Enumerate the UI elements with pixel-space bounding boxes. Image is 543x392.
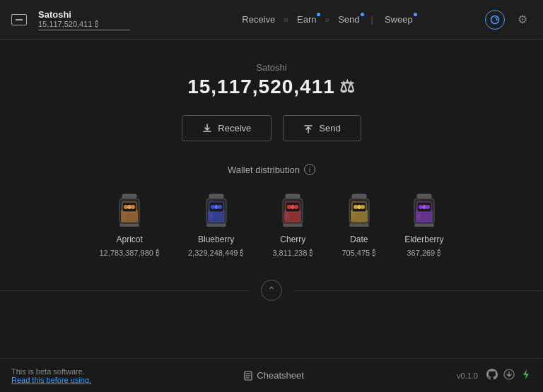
chevron-line-left — [0, 290, 250, 291]
svg-point-17 — [218, 205, 222, 209]
lightning-icon[interactable] — [520, 369, 532, 383]
footer-right: v0.1.0 — [457, 369, 532, 383]
apricot-jar-icon — [113, 192, 146, 230]
jar-item-elderberry[interactable]: Elderberry367,269 ₿ — [404, 192, 443, 257]
svg-rect-36 — [349, 224, 369, 227]
nav-sep-1: » — [284, 15, 288, 25]
wallet-info: Satoshi 15,117,520,411 ₿ — [38, 9, 130, 30]
cheatsheet-button[interactable]: Cheatsheet — [244, 370, 304, 381]
svg-point-35 — [361, 205, 365, 209]
cherry-jar-icon — [276, 192, 309, 230]
github-icon[interactable] — [486, 369, 498, 383]
svg-rect-18 — [206, 224, 226, 227]
cheatsheet-icon — [244, 371, 252, 381]
download-icon[interactable] — [503, 369, 515, 383]
sweep-dot — [414, 13, 417, 16]
svg-rect-27 — [283, 224, 303, 227]
main-balance: 15,117,520,411 ⚖ — [187, 76, 356, 98]
nav-receive[interactable]: Receive — [236, 11, 281, 28]
nav-pipe: | — [371, 14, 373, 25]
main-content: Satoshi 15,117,520,411 ⚖ Receive Send Wa… — [0, 40, 543, 358]
jar-grid: Apricot12,783,387,980 ₿ Blueberry2,329,2… — [99, 192, 443, 257]
svg-rect-19 — [286, 194, 300, 198]
distribution-info-icon[interactable]: i — [304, 164, 315, 175]
nav-earn[interactable]: Earn — [291, 11, 322, 28]
nav-right: ⚙ — [485, 10, 532, 30]
beta-text: This is beta software. — [11, 367, 91, 376]
blueberry-jar-name: Blueberry — [198, 234, 234, 244]
wallet-name: Satoshi — [38, 9, 130, 20]
receive-icon — [202, 124, 212, 133]
send-icon — [303, 124, 313, 133]
date-jar-name: Date — [350, 234, 368, 244]
svg-rect-10 — [209, 194, 223, 198]
account-label: Satoshi — [256, 62, 286, 73]
version-label: v0.1.0 — [457, 372, 478, 380]
jar-item-date[interactable]: Date705,475 ₿ — [341, 192, 376, 257]
svg-rect-9 — [119, 224, 139, 227]
beta-link[interactable]: Read this before using. — [11, 376, 91, 384]
wallet-icon — [11, 14, 27, 25]
svg-rect-37 — [417, 194, 431, 198]
balance-value: 15,117,520,411 — [187, 76, 335, 98]
date-jar-icon — [343, 192, 375, 230]
jar-item-blueberry[interactable]: Blueberry2,329,248,449 ₿ — [188, 192, 244, 257]
nav-sep-2: » — [325, 15, 329, 25]
elderberry-jar-icon — [408, 192, 440, 230]
chevron-up-button[interactable]: ⌃ — [261, 280, 282, 301]
topnav: Satoshi 15,117,520,411 ₿ Receive » Earn … — [0, 0, 543, 40]
receive-button[interactable]: Receive — [182, 115, 272, 141]
svg-point-26 — [294, 205, 298, 209]
date-jar-balance: 705,475 ₿ — [341, 249, 376, 257]
svg-point-8 — [131, 205, 135, 209]
jar-item-cherry[interactable]: Cherry3,811,238 ₿ — [272, 192, 313, 257]
svg-rect-28 — [352, 194, 366, 198]
wallet-distribution-label: Wallet distribution i — [228, 164, 315, 175]
cherry-jar-balance: 3,811,238 ₿ — [272, 249, 313, 257]
nav-links: Receive » Earn » Send | Sweep — [170, 11, 485, 28]
send-button[interactable]: Send — [283, 115, 361, 141]
sync-icon-btn[interactable] — [485, 10, 505, 30]
elderberry-jar-name: Elderberry — [404, 234, 443, 244]
apricot-jar-name: Apricot — [117, 234, 143, 244]
nav-sweep[interactable]: Sweep — [379, 11, 419, 28]
wallet-balance-small: 15,117,520,411 ₿ — [38, 20, 130, 30]
action-buttons: Receive Send — [182, 115, 361, 141]
footer-icons — [486, 369, 532, 383]
svg-rect-1 — [122, 194, 136, 198]
earn-dot — [317, 13, 320, 16]
footer: This is beta software. Read this before … — [0, 358, 543, 392]
send-dot — [361, 13, 364, 16]
nav-send[interactable]: Send — [332, 11, 365, 28]
elderberry-jar-balance: 367,269 ₿ — [407, 249, 441, 257]
sats-symbol: ⚖ — [339, 77, 356, 97]
settings-gear-icon[interactable]: ⚙ — [513, 11, 532, 29]
chevron-line-right — [293, 290, 543, 291]
svg-point-44 — [426, 205, 430, 209]
svg-rect-45 — [414, 224, 434, 227]
chevron-row: ⌃ — [0, 280, 543, 301]
apricot-jar-balance: 12,783,387,980 ₿ — [99, 249, 160, 257]
jar-item-apricot[interactable]: Apricot12,783,387,980 ₿ — [99, 192, 160, 257]
svg-marker-48 — [523, 369, 529, 379]
blueberry-jar-balance: 2,329,248,449 ₿ — [188, 249, 244, 257]
blueberry-jar-icon — [200, 192, 233, 230]
cherry-jar-name: Cherry — [280, 234, 305, 244]
footer-left: This is beta software. Read this before … — [11, 367, 91, 384]
